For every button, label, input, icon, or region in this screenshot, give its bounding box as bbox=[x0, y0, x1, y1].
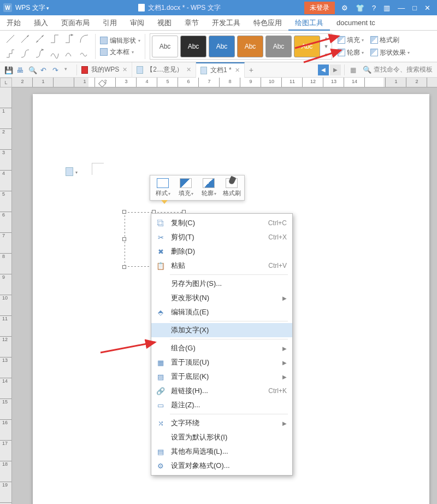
menu-item[interactable]: 设置为默认形状(I) bbox=[151, 430, 292, 444]
save-icon[interactable]: 💾 bbox=[4, 66, 12, 74]
mini-fill-button[interactable]: 填充▾ bbox=[175, 177, 197, 198]
menu-item[interactable]: ⤭文字环绕▶ bbox=[151, 416, 292, 430]
resize-handle[interactable] bbox=[122, 237, 126, 241]
tab-view[interactable]: 视图 bbox=[151, 15, 178, 31]
line-style-gallery[interactable] bbox=[3, 32, 91, 61]
mini-outline-button[interactable]: 轮廓▾ bbox=[198, 177, 220, 198]
line-icon[interactable] bbox=[48, 32, 61, 46]
style-gallery-nav[interactable]: ▲▼▾ bbox=[322, 36, 330, 57]
ruler-tick-label: 19 bbox=[2, 482, 8, 503]
style-swatch[interactable]: Abc bbox=[180, 36, 206, 57]
line-icon[interactable] bbox=[77, 32, 91, 46]
menu-item[interactable]: ⬘编辑顶点(E) bbox=[151, 305, 292, 319]
menu-item[interactable]: 更改形状(N)▶ bbox=[151, 291, 292, 305]
paragraph-dropdown-icon[interactable]: ▾ bbox=[75, 170, 78, 175]
command-search[interactable]: 🔍 查找命令、搜索模板 bbox=[358, 65, 437, 74]
skin-icon[interactable]: 👕 bbox=[356, 4, 364, 12]
app-name: WPS 文字▾ bbox=[15, 3, 55, 13]
login-button[interactable]: 未登录 bbox=[304, 2, 335, 14]
format-painter-button[interactable]: 格式刷 bbox=[370, 36, 399, 45]
menu-item[interactable]: 添加文字(X) bbox=[151, 323, 292, 337]
menu-item[interactable]: ▤其他布局选项(L)... bbox=[151, 444, 292, 459]
menu-item-label: 设置为默认形状(I) bbox=[171, 432, 287, 442]
close-icon[interactable]: ✕ bbox=[424, 4, 430, 12]
menu-item[interactable]: 组合(G)▶ bbox=[151, 341, 292, 355]
mini-style-button[interactable]: 样式▾ bbox=[152, 177, 174, 198]
close-tab-icon[interactable]: ✕ bbox=[122, 66, 127, 73]
tab-document-tc[interactable]: document tc bbox=[330, 15, 382, 31]
line-icon[interactable] bbox=[62, 47, 76, 61]
line-icon[interactable] bbox=[62, 32, 76, 46]
preview-icon[interactable]: 🔍 bbox=[28, 66, 36, 74]
line-icon[interactable] bbox=[3, 47, 17, 61]
resize-handle[interactable] bbox=[122, 265, 126, 269]
horizontal-ruler[interactable]: 21123456789101112131412 bbox=[12, 78, 437, 87]
tab-developer[interactable]: 开发工具 bbox=[205, 15, 247, 31]
menu-item[interactable]: 另存为图片(S)... bbox=[151, 277, 292, 291]
style-swatch[interactable]: Abc bbox=[294, 36, 320, 57]
shape-effect-button[interactable]: 形状效果▾ bbox=[370, 48, 410, 57]
tab-special[interactable]: 特色应用 bbox=[247, 15, 288, 31]
tab-reference[interactable]: 引用 bbox=[96, 15, 123, 31]
style-swatch[interactable]: Abc bbox=[265, 36, 292, 57]
doc-tab-mywps[interactable]: 我的WPS✕ bbox=[77, 62, 132, 78]
print-icon[interactable]: 🖶 bbox=[16, 66, 24, 74]
line-icon[interactable] bbox=[18, 47, 32, 61]
menu-item[interactable]: 📋粘贴Ctrl+V bbox=[151, 259, 292, 273]
blank-icon bbox=[156, 279, 166, 289]
maximize-icon[interactable]: □ bbox=[412, 4, 417, 12]
close-tab-icon[interactable]: ✕ bbox=[186, 66, 191, 73]
tab-insert[interactable]: 插入 bbox=[27, 15, 55, 31]
menu-icon[interactable]: ▥ bbox=[383, 4, 390, 12]
edit-shape-button[interactable]: 编辑形状▾ bbox=[100, 36, 140, 45]
style-swatch[interactable]: Abc bbox=[209, 36, 235, 57]
vertical-ruler[interactable]: 123456789101112131415161718192021 bbox=[0, 87, 12, 504]
tab-list-icon[interactable]: ▦ bbox=[348, 66, 358, 74]
menu-item[interactable]: ⿻复制(C)Ctrl+C bbox=[151, 216, 292, 230]
doc-tab-active[interactable]: 文档1 *✕ bbox=[196, 62, 245, 78]
tab-start[interactable]: 开始 bbox=[0, 15, 27, 31]
menu-item[interactable]: ▨置于底层(K)▶ bbox=[151, 370, 292, 384]
menu-item[interactable]: ▦置于顶层(U)▶ bbox=[151, 355, 292, 370]
ruler-tick-label: 1 bbox=[386, 79, 406, 84]
tab-nav-left[interactable]: ◀ bbox=[318, 65, 329, 75]
settings-icon[interactable]: ⚙ bbox=[341, 4, 348, 12]
doc-tab-2[interactable]: 【2…意见）✕ bbox=[132, 62, 196, 78]
help-icon[interactable]: ? bbox=[372, 4, 376, 12]
ruler-tick-label: 7 bbox=[2, 233, 8, 254]
line-icon[interactable] bbox=[18, 32, 32, 46]
qat-dropdown-icon[interactable]: ▾ bbox=[64, 66, 72, 74]
document-icon bbox=[200, 67, 207, 74]
line-icon[interactable] bbox=[48, 47, 61, 61]
menu-item[interactable]: ✂剪切(T)Ctrl+X bbox=[151, 230, 292, 244]
undo-icon[interactable]: ↶ bbox=[40, 66, 48, 74]
ruler-corner[interactable]: L bbox=[0, 78, 12, 87]
line-icon[interactable] bbox=[77, 47, 91, 61]
resize-handle[interactable] bbox=[122, 210, 126, 214]
minimize-icon[interactable]: — bbox=[398, 4, 405, 12]
fill-button[interactable]: 填充▾ bbox=[338, 36, 364, 45]
close-tab-icon[interactable]: ✕ bbox=[235, 67, 240, 74]
shape-style-gallery[interactable]: Abc Abc Abc Abc Abc Abc ▲▼▾ bbox=[150, 33, 332, 60]
line-icon[interactable] bbox=[33, 32, 46, 46]
line-icon[interactable] bbox=[33, 47, 46, 61]
tab-section[interactable]: 章节 bbox=[178, 15, 205, 31]
menu-item[interactable]: ⚙设置对象格式(O)... bbox=[151, 459, 292, 473]
menu-item[interactable]: ✖删除(D) bbox=[151, 244, 292, 259]
text-box-button[interactable]: 文本框▾ bbox=[100, 48, 140, 57]
add-tab-button[interactable]: + bbox=[245, 66, 258, 74]
mini-format-painter-button[interactable]: 格式刷 bbox=[221, 177, 243, 198]
menu-item[interactable]: 🔗超链接(H)...Ctrl+K bbox=[151, 384, 292, 398]
tab-nav-right[interactable]: ▶ bbox=[330, 65, 341, 75]
line-icon[interactable] bbox=[3, 32, 17, 46]
document-page[interactable]: ▾ 样式▾ 填充▾ 轮廓▾ 格式刷 ⿻复制(C)Ctrl+C✂剪切(T)Ctrl… bbox=[33, 94, 429, 504]
redo-icon[interactable]: ↷ bbox=[52, 66, 60, 74]
style-swatch[interactable]: Abc bbox=[237, 36, 263, 57]
tab-review[interactable]: 审阅 bbox=[123, 15, 151, 31]
style-swatch[interactable]: Abc bbox=[152, 36, 178, 57]
blank-icon bbox=[156, 293, 166, 303]
outline-button[interactable]: 轮廓▾ bbox=[338, 48, 364, 57]
tab-pagelayout[interactable]: 页面布局 bbox=[55, 15, 96, 31]
tab-drawing-tools[interactable]: 绘图工具 bbox=[288, 15, 330, 31]
menu-item[interactable]: ▭题注(Z)... bbox=[151, 398, 292, 412]
